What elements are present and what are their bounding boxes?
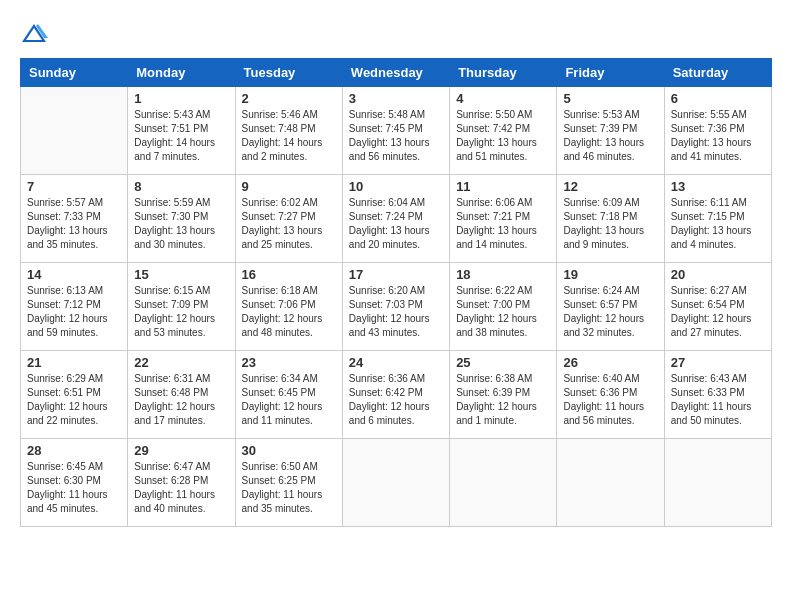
day-info: Sunrise: 6:13 AMSunset: 7:12 PMDaylight:… xyxy=(27,284,121,340)
calendar-cell: 11Sunrise: 6:06 AMSunset: 7:21 PMDayligh… xyxy=(450,175,557,263)
calendar-cell: 24Sunrise: 6:36 AMSunset: 6:42 PMDayligh… xyxy=(342,351,449,439)
day-info: Sunrise: 6:24 AMSunset: 6:57 PMDaylight:… xyxy=(563,284,657,340)
weekday-header-friday: Friday xyxy=(557,59,664,87)
day-info: Sunrise: 6:22 AMSunset: 7:00 PMDaylight:… xyxy=(456,284,550,340)
calendar-cell: 12Sunrise: 6:09 AMSunset: 7:18 PMDayligh… xyxy=(557,175,664,263)
calendar-cell: 29Sunrise: 6:47 AMSunset: 6:28 PMDayligh… xyxy=(128,439,235,527)
day-number: 7 xyxy=(27,179,121,194)
day-number: 24 xyxy=(349,355,443,370)
weekday-header-row: SundayMondayTuesdayWednesdayThursdayFrid… xyxy=(21,59,772,87)
day-number: 30 xyxy=(242,443,336,458)
day-info: Sunrise: 5:48 AMSunset: 7:45 PMDaylight:… xyxy=(349,108,443,164)
day-info: Sunrise: 6:50 AMSunset: 6:25 PMDaylight:… xyxy=(242,460,336,516)
calendar-week-1: 1Sunrise: 5:43 AMSunset: 7:51 PMDaylight… xyxy=(21,87,772,175)
day-number: 27 xyxy=(671,355,765,370)
calendar-cell: 8Sunrise: 5:59 AMSunset: 7:30 PMDaylight… xyxy=(128,175,235,263)
calendar-cell: 13Sunrise: 6:11 AMSunset: 7:15 PMDayligh… xyxy=(664,175,771,263)
calendar-cell: 25Sunrise: 6:38 AMSunset: 6:39 PMDayligh… xyxy=(450,351,557,439)
day-info: Sunrise: 6:02 AMSunset: 7:27 PMDaylight:… xyxy=(242,196,336,252)
day-info: Sunrise: 5:57 AMSunset: 7:33 PMDaylight:… xyxy=(27,196,121,252)
day-number: 18 xyxy=(456,267,550,282)
day-number: 10 xyxy=(349,179,443,194)
day-number: 15 xyxy=(134,267,228,282)
day-number: 28 xyxy=(27,443,121,458)
day-number: 14 xyxy=(27,267,121,282)
day-number: 3 xyxy=(349,91,443,106)
day-info: Sunrise: 6:06 AMSunset: 7:21 PMDaylight:… xyxy=(456,196,550,252)
day-info: Sunrise: 6:15 AMSunset: 7:09 PMDaylight:… xyxy=(134,284,228,340)
day-info: Sunrise: 6:31 AMSunset: 6:48 PMDaylight:… xyxy=(134,372,228,428)
calendar-cell: 22Sunrise: 6:31 AMSunset: 6:48 PMDayligh… xyxy=(128,351,235,439)
day-info: Sunrise: 5:50 AMSunset: 7:42 PMDaylight:… xyxy=(456,108,550,164)
day-number: 1 xyxy=(134,91,228,106)
calendar-cell: 21Sunrise: 6:29 AMSunset: 6:51 PMDayligh… xyxy=(21,351,128,439)
weekday-header-wednesday: Wednesday xyxy=(342,59,449,87)
logo xyxy=(20,20,52,48)
calendar-cell: 23Sunrise: 6:34 AMSunset: 6:45 PMDayligh… xyxy=(235,351,342,439)
day-info: Sunrise: 6:36 AMSunset: 6:42 PMDaylight:… xyxy=(349,372,443,428)
calendar-cell: 9Sunrise: 6:02 AMSunset: 7:27 PMDaylight… xyxy=(235,175,342,263)
calendar-cell: 26Sunrise: 6:40 AMSunset: 6:36 PMDayligh… xyxy=(557,351,664,439)
day-number: 22 xyxy=(134,355,228,370)
day-info: Sunrise: 6:20 AMSunset: 7:03 PMDaylight:… xyxy=(349,284,443,340)
day-number: 25 xyxy=(456,355,550,370)
day-number: 12 xyxy=(563,179,657,194)
day-info: Sunrise: 6:18 AMSunset: 7:06 PMDaylight:… xyxy=(242,284,336,340)
calendar-cell: 14Sunrise: 6:13 AMSunset: 7:12 PMDayligh… xyxy=(21,263,128,351)
calendar-cell: 2Sunrise: 5:46 AMSunset: 7:48 PMDaylight… xyxy=(235,87,342,175)
calendar-cell: 27Sunrise: 6:43 AMSunset: 6:33 PMDayligh… xyxy=(664,351,771,439)
day-number: 6 xyxy=(671,91,765,106)
day-number: 5 xyxy=(563,91,657,106)
calendar-cell: 10Sunrise: 6:04 AMSunset: 7:24 PMDayligh… xyxy=(342,175,449,263)
day-number: 29 xyxy=(134,443,228,458)
day-number: 11 xyxy=(456,179,550,194)
calendar-cell: 17Sunrise: 6:20 AMSunset: 7:03 PMDayligh… xyxy=(342,263,449,351)
calendar-cell: 18Sunrise: 6:22 AMSunset: 7:00 PMDayligh… xyxy=(450,263,557,351)
day-number: 8 xyxy=(134,179,228,194)
day-number: 23 xyxy=(242,355,336,370)
day-info: Sunrise: 5:59 AMSunset: 7:30 PMDaylight:… xyxy=(134,196,228,252)
day-info: Sunrise: 6:45 AMSunset: 6:30 PMDaylight:… xyxy=(27,460,121,516)
calendar-week-3: 14Sunrise: 6:13 AMSunset: 7:12 PMDayligh… xyxy=(21,263,772,351)
day-info: Sunrise: 6:43 AMSunset: 6:33 PMDaylight:… xyxy=(671,372,765,428)
calendar-cell: 5Sunrise: 5:53 AMSunset: 7:39 PMDaylight… xyxy=(557,87,664,175)
calendar-cell: 16Sunrise: 6:18 AMSunset: 7:06 PMDayligh… xyxy=(235,263,342,351)
day-info: Sunrise: 6:29 AMSunset: 6:51 PMDaylight:… xyxy=(27,372,121,428)
day-number: 16 xyxy=(242,267,336,282)
weekday-header-monday: Monday xyxy=(128,59,235,87)
calendar-cell xyxy=(450,439,557,527)
calendar-cell: 15Sunrise: 6:15 AMSunset: 7:09 PMDayligh… xyxy=(128,263,235,351)
calendar-cell: 28Sunrise: 6:45 AMSunset: 6:30 PMDayligh… xyxy=(21,439,128,527)
calendar: SundayMondayTuesdayWednesdayThursdayFrid… xyxy=(20,58,772,527)
weekday-header-tuesday: Tuesday xyxy=(235,59,342,87)
day-number: 19 xyxy=(563,267,657,282)
day-info: Sunrise: 5:53 AMSunset: 7:39 PMDaylight:… xyxy=(563,108,657,164)
day-number: 21 xyxy=(27,355,121,370)
day-info: Sunrise: 5:46 AMSunset: 7:48 PMDaylight:… xyxy=(242,108,336,164)
calendar-cell xyxy=(557,439,664,527)
calendar-cell: 20Sunrise: 6:27 AMSunset: 6:54 PMDayligh… xyxy=(664,263,771,351)
calendar-cell: 7Sunrise: 5:57 AMSunset: 7:33 PMDaylight… xyxy=(21,175,128,263)
day-info: Sunrise: 6:47 AMSunset: 6:28 PMDaylight:… xyxy=(134,460,228,516)
calendar-cell xyxy=(21,87,128,175)
day-info: Sunrise: 6:11 AMSunset: 7:15 PMDaylight:… xyxy=(671,196,765,252)
calendar-cell: 3Sunrise: 5:48 AMSunset: 7:45 PMDaylight… xyxy=(342,87,449,175)
day-number: 13 xyxy=(671,179,765,194)
day-info: Sunrise: 6:38 AMSunset: 6:39 PMDaylight:… xyxy=(456,372,550,428)
day-info: Sunrise: 6:04 AMSunset: 7:24 PMDaylight:… xyxy=(349,196,443,252)
calendar-cell: 6Sunrise: 5:55 AMSunset: 7:36 PMDaylight… xyxy=(664,87,771,175)
calendar-cell xyxy=(342,439,449,527)
day-number: 26 xyxy=(563,355,657,370)
day-info: Sunrise: 6:27 AMSunset: 6:54 PMDaylight:… xyxy=(671,284,765,340)
day-info: Sunrise: 5:55 AMSunset: 7:36 PMDaylight:… xyxy=(671,108,765,164)
weekday-header-thursday: Thursday xyxy=(450,59,557,87)
calendar-cell xyxy=(664,439,771,527)
day-number: 20 xyxy=(671,267,765,282)
calendar-cell: 4Sunrise: 5:50 AMSunset: 7:42 PMDaylight… xyxy=(450,87,557,175)
day-number: 17 xyxy=(349,267,443,282)
day-info: Sunrise: 6:09 AMSunset: 7:18 PMDaylight:… xyxy=(563,196,657,252)
weekday-header-saturday: Saturday xyxy=(664,59,771,87)
calendar-cell: 1Sunrise: 5:43 AMSunset: 7:51 PMDaylight… xyxy=(128,87,235,175)
calendar-week-5: 28Sunrise: 6:45 AMSunset: 6:30 PMDayligh… xyxy=(21,439,772,527)
day-info: Sunrise: 6:40 AMSunset: 6:36 PMDaylight:… xyxy=(563,372,657,428)
